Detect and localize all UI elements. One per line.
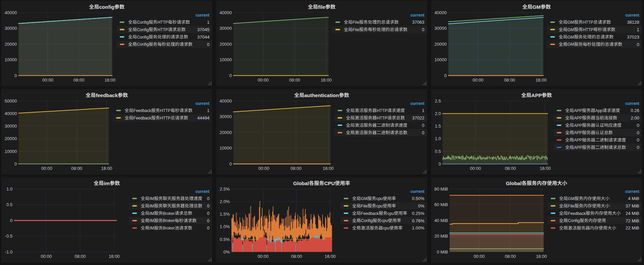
- svg-text:0 MiB: 0 MiB: [437, 249, 448, 255]
- svg-text:Global: Global: [293, 180, 309, 186]
- svg-text:1.0: 1.0: [435, 136, 441, 141]
- svg-text:APP: APP: [531, 92, 542, 98]
- svg-text:current: current: [411, 101, 424, 106]
- svg-text:HTTP: HTTP: [583, 27, 593, 32]
- svg-text:16:00: 16:00: [325, 254, 336, 259]
- svg-text:0.5: 0.5: [435, 149, 441, 154]
- svg-text:08:00: 08:00: [291, 166, 302, 171]
- svg-text:File: File: [568, 204, 575, 208]
- svg-text:IM: IM: [149, 218, 154, 223]
- svg-text:00:00: 00:00: [257, 254, 269, 259]
- svg-text:1: 1: [637, 27, 639, 32]
- svg-text:10000: 10000: [5, 57, 17, 62]
- svg-text:Broker: Broker: [163, 211, 175, 216]
- svg-text:1.0: 1.0: [6, 186, 13, 192]
- svg-text:0%: 0%: [418, 203, 424, 208]
- svg-text:0: 0: [207, 203, 209, 208]
- svg-text:App: App: [595, 108, 603, 113]
- svg-text:37023: 37023: [627, 35, 639, 40]
- svg-text:30000: 30000: [5, 124, 17, 129]
- svg-text:config: config: [99, 4, 115, 10]
- svg-text:0: 0: [422, 27, 424, 32]
- svg-text:authentication: authentication: [304, 92, 339, 98]
- svg-text:0: 0: [637, 123, 639, 128]
- svg-text:2.5%: 2.5%: [220, 186, 230, 192]
- svg-text:APP: APP: [574, 108, 582, 113]
- svg-text:file: file: [318, 4, 325, 10]
- svg-text:feedback: feedback: [96, 92, 118, 98]
- svg-text:0.76%: 0.76%: [412, 218, 424, 223]
- svg-text:APP: APP: [574, 123, 582, 128]
- svg-text:2.0: 2.0: [435, 111, 441, 116]
- svg-text:0: 0: [207, 218, 209, 223]
- svg-text:GM: GM: [568, 196, 574, 201]
- svg-text:1: 1: [207, 108, 209, 113]
- svg-text:current: current: [625, 13, 639, 18]
- svg-text:00:00: 00:00: [41, 254, 52, 259]
- svg-text:IM: IM: [149, 196, 154, 201]
- svg-text:File: File: [353, 27, 360, 32]
- svg-text:1.00%: 1.00%: [412, 225, 424, 230]
- svg-text:37045: 37045: [197, 27, 209, 32]
- svg-text:24 MiB: 24 MiB: [626, 211, 639, 216]
- svg-text:APP: APP: [574, 145, 582, 150]
- svg-text:0: 0: [422, 123, 424, 128]
- svg-text:HTTP: HTTP: [377, 108, 387, 113]
- svg-text:GM: GM: [568, 20, 574, 25]
- svg-text:16:00: 16:00: [536, 78, 547, 83]
- svg-text:0: 0: [637, 130, 639, 135]
- svg-text:1.5%: 1.5%: [220, 212, 230, 217]
- svg-text:cpu: cpu: [376, 204, 382, 208]
- svg-text:37063: 37063: [412, 20, 424, 25]
- svg-text:Config: Config: [137, 20, 149, 25]
- svg-text:GM: GM: [532, 4, 541, 10]
- svg-text:GM: GM: [568, 42, 574, 47]
- svg-text:0.25%: 0.25%: [412, 211, 424, 216]
- svg-text:current: current: [196, 101, 209, 106]
- svg-text:0: 0: [207, 196, 209, 201]
- svg-text:0.50%: 0.50%: [412, 196, 424, 201]
- svg-text:Config: Config: [361, 218, 373, 223]
- svg-text:16:00: 16:00: [323, 166, 334, 171]
- svg-text:1: 1: [207, 20, 209, 25]
- svg-text:4 MiB: 4 MiB: [628, 196, 639, 201]
- svg-text:Feedback: Feedback: [568, 211, 586, 216]
- svg-text:cpu: cpu: [383, 226, 389, 230]
- svg-text:40000: 40000: [220, 98, 232, 104]
- svg-text:HTTP: HTTP: [377, 116, 387, 120]
- svg-text:0: 0: [207, 225, 209, 230]
- svg-text:-0.5: -0.5: [5, 234, 13, 239]
- svg-text:16:00: 16:00: [104, 78, 116, 83]
- svg-text:08:00: 08:00: [505, 166, 516, 171]
- svg-text:Config: Config: [137, 35, 149, 40]
- svg-text:APP: APP: [574, 130, 582, 135]
- svg-text:72 MiB: 72 MiB: [626, 218, 639, 223]
- svg-text:16:00: 16:00: [109, 254, 120, 259]
- svg-text:current: current: [411, 13, 424, 18]
- svg-text:16:00: 16:00: [321, 78, 332, 83]
- svg-text:0: 0: [439, 161, 441, 167]
- svg-text:Config: Config: [568, 218, 580, 223]
- svg-text:44494: 44494: [197, 115, 209, 120]
- svg-text:20000: 20000: [5, 42, 17, 47]
- svg-text:File: File: [361, 204, 368, 208]
- svg-text:22 MiB: 22 MiB: [626, 225, 639, 230]
- svg-text:0: 0: [207, 42, 209, 47]
- svg-text:30000: 30000: [435, 26, 447, 31]
- svg-text:37022: 37022: [412, 115, 424, 120]
- svg-text:20 MiB: 20 MiB: [435, 234, 448, 239]
- svg-text:APP: APP: [574, 116, 582, 120]
- svg-text:08:00: 08:00: [289, 78, 300, 83]
- svg-text:cpu: cpu: [388, 211, 394, 216]
- svg-text:0: 0: [10, 218, 13, 223]
- svg-text:50000: 50000: [5, 98, 17, 104]
- svg-text:Feedback: Feedback: [133, 116, 152, 120]
- svg-text:00:00: 00:00: [474, 254, 485, 259]
- svg-text:37 MiB: 37 MiB: [626, 203, 639, 208]
- svg-text:00:00: 00:00: [42, 78, 53, 83]
- svg-text:38128: 38128: [627, 20, 639, 25]
- svg-text:1.5: 1.5: [435, 124, 441, 129]
- svg-text:HTTP: HTTP: [160, 108, 171, 113]
- svg-text:0: 0: [444, 73, 447, 78]
- svg-text:30000: 30000: [5, 26, 17, 31]
